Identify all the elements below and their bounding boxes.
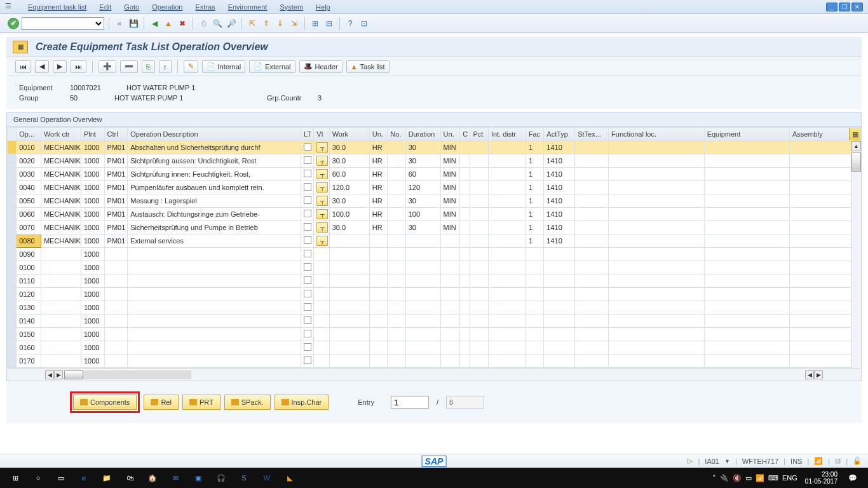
cell-acttyp[interactable] (544, 315, 575, 328)
lt-checkbox[interactable] (304, 143, 311, 151)
cell-funcloc[interactable] (609, 234, 705, 248)
cell-sttex[interactable] (575, 261, 609, 274)
cell-intdistr[interactable] (488, 141, 526, 154)
cell-intdistr[interactable] (488, 288, 526, 301)
cell-un1[interactable] (369, 288, 387, 301)
cell-desc[interactable] (128, 315, 301, 328)
cell-duration[interactable] (405, 288, 440, 301)
cell-work[interactable]: 100.0 (329, 208, 369, 221)
cell-un1[interactable] (369, 328, 387, 341)
cell-duration[interactable]: 30 (405, 221, 440, 234)
col-fac[interactable]: Fac (526, 128, 543, 141)
find-next-icon[interactable]: 🔎 (226, 18, 237, 29)
new-session-icon[interactable]: ⊞ (309, 18, 321, 29)
cell-plnt[interactable]: 1000 (81, 194, 104, 208)
table-row[interactable]: 01001000 (8, 261, 861, 274)
lt-checkbox[interactable] (304, 210, 311, 217)
cell-lt[interactable] (301, 274, 313, 288)
cell-un2[interactable] (440, 288, 460, 301)
col-workctr[interactable]: Work ctr (41, 128, 81, 141)
cell-op[interactable]: 0030 (17, 168, 41, 181)
cell-un1[interactable]: HR (369, 194, 387, 208)
col-pct[interactable]: Pct (470, 128, 488, 141)
cell-work[interactable]: 30.0 (329, 221, 369, 234)
cell-lt[interactable] (301, 261, 313, 274)
cell-acttyp[interactable] (544, 261, 575, 274)
col-un1[interactable]: Un. (369, 128, 387, 141)
cell-desc[interactable]: Abschalten und Sicherheitsprüfung durchf (128, 141, 301, 154)
cell-assembly[interactable] (789, 221, 860, 234)
cell-work[interactable] (329, 328, 369, 341)
cell-vi[interactable]: ┬ (314, 194, 329, 208)
cell-un1[interactable] (369, 274, 387, 288)
table-row[interactable]: 01201000 (8, 288, 861, 301)
hscroll-thumb[interactable] (64, 370, 83, 379)
col-work[interactable]: Work (329, 128, 369, 141)
layout-icon[interactable]: ⊡ (358, 18, 370, 29)
lt-checkbox[interactable] (304, 263, 311, 271)
cell-lt[interactable] (301, 208, 313, 221)
cell-fac[interactable]: 1 (526, 208, 543, 221)
cell-funcloc[interactable] (609, 341, 705, 355)
table-row[interactable]: 0010MECHANIK1000PM01Abschalten und Siche… (8, 141, 861, 154)
cell-equipment[interactable] (704, 341, 789, 355)
cell-fac[interactable]: 1 (526, 234, 543, 248)
cell-op[interactable]: 0130 (17, 301, 41, 315)
cell-no[interactable] (388, 141, 405, 154)
cell-lt[interactable] (301, 341, 313, 355)
cell-assembly[interactable] (789, 355, 860, 368)
cell-vi[interactable]: ┬ (314, 154, 329, 168)
cell-assembly[interactable] (789, 288, 860, 301)
cell-un1[interactable] (369, 261, 387, 274)
cell-assembly[interactable] (789, 301, 860, 315)
table-row[interactable]: 01501000 (8, 328, 861, 341)
cell-assembly[interactable] (789, 234, 860, 248)
cell-un2[interactable]: MIN (440, 154, 460, 168)
cell-ctrl[interactable]: PM01 (104, 234, 128, 248)
shortcut-icon[interactable]: ⊟ (323, 18, 335, 29)
cell-plnt[interactable]: 1000 (81, 301, 104, 315)
row-selector[interactable] (8, 355, 17, 368)
table-row[interactable]: 01701000 (8, 355, 861, 368)
cell-ctrl[interactable]: PM01 (104, 154, 128, 168)
cell-c[interactable] (460, 274, 470, 288)
scroll-left2-icon[interactable]: ◀ (805, 370, 814, 379)
cell-workctr[interactable]: MECHANIK (41, 234, 81, 248)
cell-intdistr[interactable] (488, 261, 526, 274)
row-selector[interactable] (8, 221, 17, 234)
first-page-icon[interactable]: ⇱ (247, 18, 258, 29)
lt-checkbox[interactable] (304, 196, 311, 204)
cell-assembly[interactable] (789, 315, 860, 328)
cell-assembly[interactable] (789, 194, 860, 208)
lt-checkbox[interactable] (304, 250, 311, 257)
cell-c[interactable] (460, 181, 470, 194)
cell-plnt[interactable]: 1000 (81, 181, 104, 194)
col-ctrl[interactable]: Ctrl (104, 128, 128, 141)
cell-fac[interactable]: 1 (526, 141, 543, 154)
insert-row-icon[interactable]: ➕ (98, 60, 116, 73)
cell-no[interactable] (388, 261, 405, 274)
cell-assembly[interactable] (789, 181, 860, 194)
cell-equipment[interactable] (704, 301, 789, 315)
row-selector[interactable] (8, 301, 17, 315)
back-nav-icon[interactable]: « (114, 18, 125, 29)
cell-equipment[interactable] (704, 181, 789, 194)
header-button[interactable]: 🎩Header (299, 60, 342, 73)
cell-intdistr[interactable] (488, 234, 526, 248)
cell-c[interactable] (460, 141, 470, 154)
cell-funcloc[interactable] (609, 328, 705, 341)
cell-vi[interactable] (314, 328, 329, 341)
cell-vi[interactable]: ┬ (314, 234, 329, 248)
cell-assembly[interactable] (789, 141, 860, 154)
cell-workctr[interactable] (41, 301, 81, 315)
cell-un2[interactable]: MIN (440, 141, 460, 154)
save-icon[interactable]: 💾 (128, 18, 139, 29)
col-assembly[interactable]: Assembly▦ (789, 128, 860, 141)
cell-assembly[interactable] (789, 208, 860, 221)
hierarchy-icon[interactable]: ┬ (316, 142, 328, 152)
cell-un1[interactable]: HR (369, 168, 387, 181)
cell-lt[interactable] (301, 248, 313, 261)
cell-work[interactable]: 60.0 (329, 168, 369, 181)
nav-prev-icon[interactable]: ◀ (35, 60, 49, 73)
table-row[interactable]: 0070MECHANIK1000PM01Sicherheitsprüfung u… (8, 221, 861, 234)
